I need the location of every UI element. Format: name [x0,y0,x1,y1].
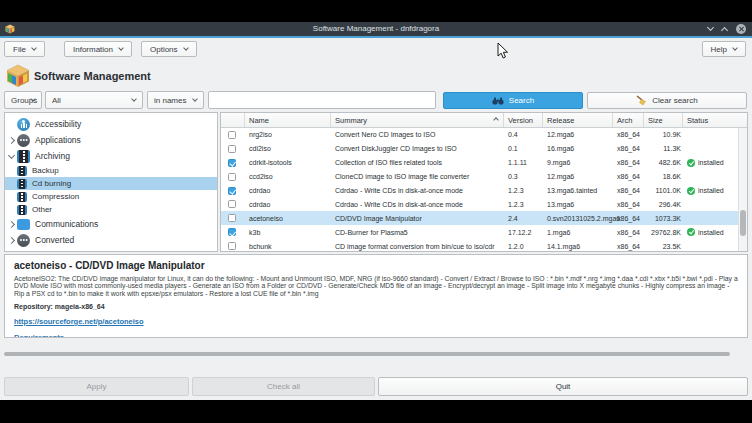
cell-summary: Convert Nero CD Images to ISO [331,131,504,138]
tree-item[interactable]: Cd burning [5,177,217,190]
chevron-down-icon [31,45,37,51]
titlebar[interactable]: Software Management - dnfdragora [0,22,752,36]
installed-icon [687,159,695,167]
table-row[interactable]: acetoneiso CD/DVD Image Manipulator 2.4 … [221,211,747,225]
cell-arch: x86_64 [613,159,644,166]
tree-expander-icon[interactable] [5,238,17,243]
row-checkbox[interactable] [228,228,236,236]
close-icon[interactable] [736,24,746,34]
tree-item[interactable]: Archiving [5,148,217,164]
column-header-size[interactable]: Size [644,113,683,127]
cell-version: 1.2.3 [504,187,543,194]
cell-version: 17.12.2 [504,229,543,236]
tree-item-label: Applications [35,135,81,145]
cell-size: 29762.8K [644,229,683,236]
category-tree: Accessibility Applications Archiving Bac… [4,112,218,252]
tree-expander-icon[interactable] [5,155,17,158]
tree-item[interactable]: Applications [5,132,217,148]
maximize-icon[interactable] [721,26,728,33]
table-row[interactable]: cdi2iso Convert DiskJuggler CD Images to… [221,142,747,156]
details-homepage-link[interactable]: https://sourceforge.net/p/acetoneiso [14,317,738,326]
cell-name: k3b [245,229,331,236]
tree-expander-icon[interactable] [5,222,17,227]
details-requirements-link[interactable]: Requirements [14,333,738,338]
search-input[interactable] [208,91,436,109]
screen: Software Management - dnfdragora File In… [0,0,752,423]
chevron-down-icon [732,45,738,51]
tree-item[interactable]: Communications [5,216,217,232]
tree-expander-icon[interactable] [5,138,17,143]
tree-item[interactable]: Compression [5,190,217,203]
table-row[interactable]: cdrdao Cdrdao - Write CDs in disk-at-onc… [221,184,747,198]
cell-arch: x86_64 [613,201,644,208]
chevron-down-icon [192,96,198,102]
cell-name: cdrdao [245,201,331,208]
cell-summary: CD/DVD Image Manipulator [331,215,504,222]
minimize-icon[interactable] [707,24,714,31]
column-header-name[interactable]: Name [245,113,331,127]
column-header-summary[interactable]: Summary [331,113,504,127]
checkbox-cell [221,187,245,195]
table-row[interactable]: cdrkit-isotools Collection of ISO files … [221,156,747,170]
table-row[interactable]: cdrdao Cdrdao - Write CDs in disk-at-onc… [221,197,747,211]
tree-item[interactable]: Backup [5,164,217,177]
quit-button[interactable]: Quit [378,377,748,396]
search-scope-dropdown[interactable]: in names [147,91,204,109]
column-header-arch[interactable]: Arch [613,113,644,127]
tree-item-label: Accessibility [35,119,81,129]
search-button[interactable]: Search [443,92,583,109]
cell-release: 16.mga6 [543,145,613,152]
table-row[interactable]: bchunk CD image format conversion from b… [221,239,747,252]
scrollbar-thumb[interactable] [740,210,746,236]
row-checkbox[interactable] [228,131,236,139]
row-checkbox[interactable] [228,214,236,222]
row-checkbox[interactable] [228,173,236,181]
page-title: Software Management [34,70,151,82]
cell-size: 18.6K [644,173,683,180]
package-details-pane: acetoneiso - CD/DVD Image Manipulator Ac… [4,254,748,338]
mouse-cursor [497,42,509,60]
apply-button[interactable]: Apply [4,377,189,396]
groups-dropdown[interactable]: Groups [4,91,42,109]
help-menu-label: Help [711,45,727,54]
tree-item[interactable]: Other [5,203,217,216]
tree-item[interactable]: Converted [5,232,217,248]
cell-size: 1101.0K [644,187,683,194]
cell-name: cdrkit-isotools [245,159,331,166]
table-scrollbar[interactable] [738,128,747,251]
cell-status: installed [683,228,739,236]
row-checkbox[interactable] [228,159,236,167]
table-row[interactable]: nrg2iso Convert Nero CD Images to ISO 0.… [221,128,747,142]
cell-version: 0.4 [504,131,543,138]
tree-item[interactable]: Accessibility [5,116,217,132]
row-checkbox[interactable] [228,187,236,195]
table-row[interactable]: ccd2iso CloneCD image to ISO image file … [221,170,747,184]
column-header-release[interactable]: Release [543,113,613,127]
status-label: installed [698,159,724,166]
zipper-small-icon [17,179,27,189]
row-checkbox[interactable] [228,242,236,250]
cell-version: 0.1 [504,145,543,152]
tree-item-label: Backup [32,166,59,175]
cell-name: cdi2iso [245,145,331,152]
cell-size: 11.3K [644,145,683,152]
window-title: Software Management - dnfdragora [0,22,752,36]
information-menu-button[interactable]: Information [64,41,132,57]
options-menu-button[interactable]: Options [141,41,197,57]
checkbox-cell [221,173,245,181]
file-menu-button[interactable]: File [4,41,45,57]
table-row[interactable]: k3b CD-Burner for Plasma5 17.12.2 1.mga6… [221,225,747,239]
column-header-status[interactable]: Status [683,113,739,127]
cell-status: installed [683,187,739,195]
cell-size: 482.6K [644,159,683,166]
cell-arch: x86_64 [613,131,644,138]
group-filter-dropdown[interactable]: All [45,91,143,109]
row-checkbox[interactable] [228,145,236,153]
checkbox-cell [221,145,245,153]
check-all-button[interactable]: Check all [192,377,375,396]
sort-ascending-icon [493,117,499,123]
row-checkbox[interactable] [228,200,236,208]
clear-search-button[interactable]: Clear search [587,92,747,109]
help-menu-button[interactable]: Help [702,41,746,57]
column-header-version[interactable]: Version [504,113,543,127]
